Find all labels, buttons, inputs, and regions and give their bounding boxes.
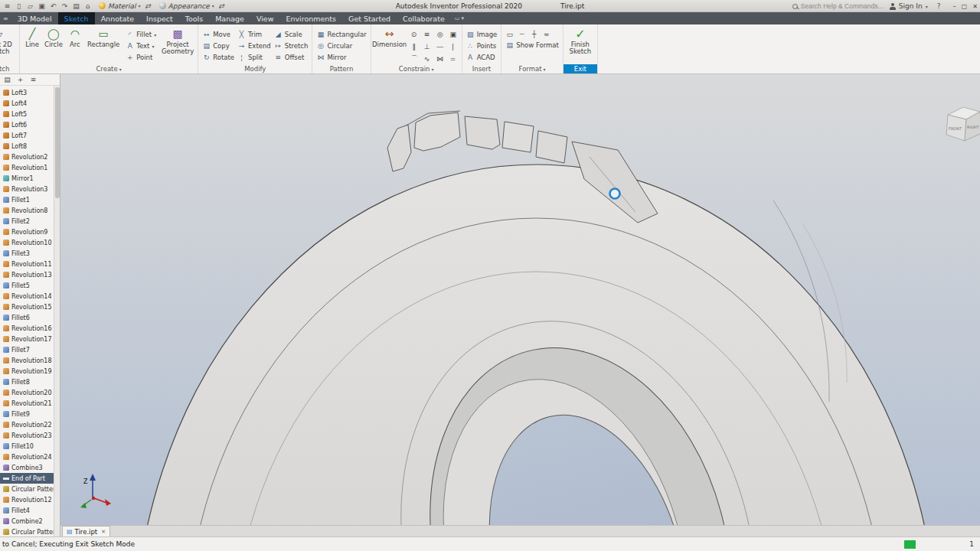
browser-item-revolution17[interactable]: Revolution17	[0, 334, 54, 344]
browser-item-fillet8[interactable]: Fillet8	[0, 377, 54, 387]
close-button[interactable]: ✕	[972, 3, 978, 10]
ribbon-display-toggle[interactable]: ▭ ▾	[455, 12, 464, 24]
browser-item-revolution11[interactable]: Revolution11	[0, 259, 54, 269]
save-file-icon[interactable]: ▣	[37, 1, 47, 11]
browser-item-combine3[interactable]: Combine3	[0, 462, 54, 473]
show-format-button[interactable]: ▤ Show Format	[504, 40, 560, 51]
constraint-horizontal-button[interactable]: ―	[434, 41, 446, 52]
finish-sketch-button[interactable]: ✓ Finish Sketch	[566, 26, 595, 64]
browser-menu-icon[interactable]: ≡	[28, 75, 38, 85]
minimize-button[interactable]: –	[953, 3, 956, 10]
browser-item-loft3[interactable]: Loft3	[0, 87, 54, 98]
browser-item-fillet3[interactable]: Fillet3	[0, 248, 54, 259]
undo-icon[interactable]: ↶	[48, 1, 58, 11]
ribbon-tab-tools[interactable]: Tools	[179, 12, 209, 24]
constraint-fix-button[interactable]: ▣	[447, 28, 459, 40]
create-rectangle-button[interactable]: ▭Rectangle	[85, 26, 122, 64]
material-refresh-icon[interactable]: ⇄	[143, 1, 153, 11]
modify-move-button[interactable]: ↔Move	[201, 29, 236, 40]
constraint-collinear-button[interactable]: ≡	[421, 28, 433, 40]
ribbon-tab-manage[interactable]: Manage	[209, 12, 250, 24]
print-icon[interactable]: ▤	[71, 1, 81, 11]
browser-item-revolution13[interactable]: Revolution13	[0, 269, 54, 280]
browser-item-revolution2[interactable]: Revolution2	[0, 152, 54, 162]
browser-item-fillet10[interactable]: Fillet10	[0, 441, 54, 452]
browser-item-fillet7[interactable]: Fillet7	[0, 344, 54, 355]
appearance-dropdown[interactable]: Appearance ▾ ⇄	[159, 1, 227, 11]
format-construction-button[interactable]: ▭	[504, 28, 515, 40]
insert-points-button[interactable]: ∴Points	[465, 41, 499, 51]
browser-item-revolution23[interactable]: Revolution23	[0, 430, 54, 441]
dimension-button[interactable]: ↔ Dimension	[374, 26, 406, 64]
constraint-equal-button[interactable]: =	[447, 53, 459, 64]
group-label-format[interactable]: Format▾	[501, 65, 563, 73]
browser-item-fillet2[interactable]: Fillet2	[0, 216, 54, 227]
help-icon[interactable]: ?	[934, 2, 944, 11]
browser-item-fillet1[interactable]: Fillet1	[0, 194, 54, 205]
create-point-button[interactable]: +Point	[124, 52, 158, 63]
browser-item-fillet5[interactable]: Fillet5	[0, 280, 54, 291]
browser-item-mirror1[interactable]: Mirror1	[0, 173, 54, 184]
browser-item-end-of-part[interactable]: End of Part	[0, 473, 54, 484]
browser-item-revolution24[interactable]: Revolution24	[0, 452, 54, 462]
ribbon-tab-inspect[interactable]: Inspect	[140, 12, 179, 24]
browser-item-revolution12[interactable]: Revolution12	[0, 494, 54, 505]
browser-item-loft4[interactable]: Loft4	[0, 98, 54, 109]
modify-split-button[interactable]: ¦Split	[236, 52, 273, 63]
ribbon-tab-get-started[interactable]: Get Started	[342, 12, 397, 24]
browser-item-circular-pattern1[interactable]: Circular Pattern1	[0, 527, 54, 536]
ribbon-menu-icon[interactable]: ≡	[0, 12, 11, 24]
scrollbar-thumb[interactable]	[55, 87, 60, 198]
browser-item-loft6[interactable]: Loft6	[0, 119, 54, 130]
redo-icon[interactable]: ↷	[60, 1, 70, 11]
modify-copy-button[interactable]: ▤Copy	[201, 41, 236, 51]
browser-item-revolution9[interactable]: Revolution9	[0, 227, 54, 237]
modify-offset-button[interactable]: ≡Offset	[273, 52, 310, 63]
modify-rotate-button[interactable]: ↻Rotate	[201, 52, 236, 63]
tab-close-icon[interactable]: ✕	[101, 529, 106, 535]
constraint-coincident-button[interactable]: ⊙	[408, 28, 420, 40]
browser-item-loft5[interactable]: Loft5	[0, 109, 54, 119]
ribbon-tab-3d-model[interactable]: 3D Model	[11, 12, 58, 24]
format-centerline-button[interactable]: ┄	[516, 28, 528, 40]
sign-in-button[interactable]: Sign In ▾	[890, 2, 928, 10]
3d-viewport-canvas[interactable]: FRONT RIGHT Z	[60, 74, 980, 525]
material-dropdown[interactable]: Material ▾ ⇄	[99, 1, 153, 11]
pattern-rectangular-button[interactable]: ▦Rectangular	[315, 29, 368, 40]
project-geometry-button[interactable]: ▩ Project Geometry	[160, 26, 195, 64]
browser-item-revolution19[interactable]: Revolution19	[0, 366, 54, 377]
browser-add-icon[interactable]: +	[15, 75, 25, 85]
format-center-point-button[interactable]: ┼	[528, 28, 540, 40]
browser-item-fillet9[interactable]: Fillet9	[0, 409, 54, 419]
browser-item-fillet4[interactable]: Fillet4	[0, 505, 54, 516]
help-search[interactable]	[792, 2, 884, 10]
browser-item-revolution22[interactable]: Revolution22	[0, 419, 54, 430]
home-icon[interactable]: ⌂	[83, 1, 93, 11]
create-text-button[interactable]: AText▾	[124, 41, 158, 51]
group-label-constrain[interactable]: Constrain▾	[371, 65, 462, 73]
browser-item-revolution21[interactable]: Revolution21	[0, 398, 54, 409]
ribbon-tab-annotate[interactable]: Annotate	[95, 12, 140, 24]
modify-trim-button[interactable]: ╳Trim	[236, 29, 273, 40]
constraint-concentric-button[interactable]: ◎	[434, 28, 446, 40]
browser-dock-icon[interactable]: ▤	[2, 75, 12, 85]
modify-extend-button[interactable]: →Extend	[236, 41, 273, 51]
constraint-smooth-button[interactable]: ∿	[421, 53, 433, 64]
ribbon-tab-collaborate[interactable]: Collaborate	[397, 12, 451, 24]
browser-item-combine2[interactable]: Combine2	[0, 516, 54, 527]
start-2d-sketch-button[interactable]: ▱ Start 2D Sketch	[0, 26, 18, 64]
insert-image-button[interactable]: ▨Image	[465, 29, 499, 40]
document-tab-tire-ipt[interactable]: ▤Tire.ipt✕	[62, 526, 110, 536]
constraint-vertical-button[interactable]: |	[447, 41, 459, 52]
browser-item-revolution18[interactable]: Revolution18	[0, 355, 54, 366]
open-file-icon[interactable]: ▱	[25, 1, 35, 11]
constraint-perpendicular-button[interactable]: ⊥	[421, 41, 433, 52]
browser-item-revolution20[interactable]: Revolution20	[0, 387, 54, 398]
sketch-point-marker[interactable]	[610, 189, 620, 199]
create-fillet-button[interactable]: ◜Fillet▾	[124, 29, 158, 40]
insert-acad-button[interactable]: AACAD	[465, 52, 499, 63]
ribbon-tab-sketch[interactable]: Sketch	[58, 12, 95, 24]
constraint-parallel-button[interactable]: ∥	[408, 41, 420, 52]
ribbon-tab-view[interactable]: View	[250, 12, 280, 24]
new-file-icon[interactable]: ▯	[14, 1, 24, 11]
